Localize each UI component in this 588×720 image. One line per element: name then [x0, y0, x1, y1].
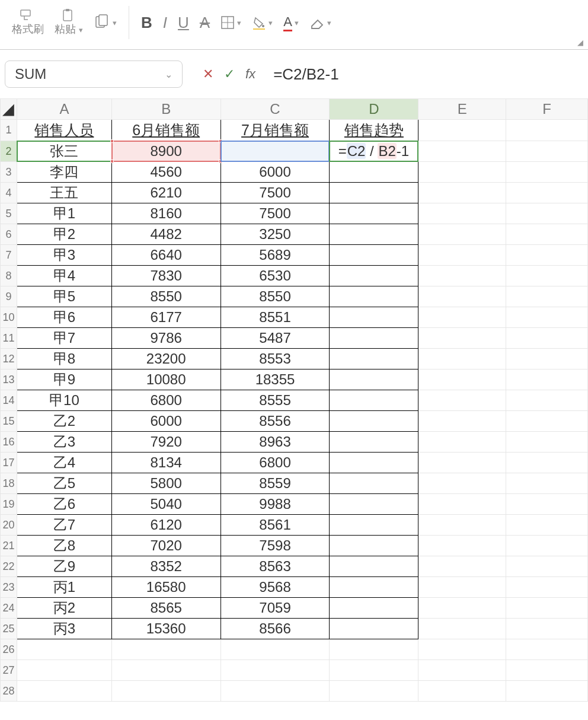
cell[interactable]: 8566: [220, 619, 330, 639]
row-head[interactable]: 4: [1, 183, 17, 203]
copy-button[interactable]: ▾: [94, 14, 117, 31]
cell[interactable]: [418, 432, 506, 453]
row-head[interactable]: 21: [1, 536, 17, 556]
cell[interactable]: [506, 660, 588, 681]
col-head-a[interactable]: A: [17, 99, 111, 120]
row-head[interactable]: 10: [1, 307, 17, 328]
cell[interactable]: [418, 453, 506, 473]
cell[interactable]: 甲1: [17, 203, 111, 224]
cell[interactable]: [506, 494, 588, 515]
cell[interactable]: [506, 369, 588, 390]
cell[interactable]: 8160: [111, 203, 220, 224]
cell[interactable]: [330, 411, 418, 432]
cell[interactable]: [506, 328, 588, 349]
cell[interactable]: 8553: [220, 349, 330, 369]
cell[interactable]: 7059: [220, 598, 330, 619]
cell[interactable]: [418, 120, 506, 141]
formula-cancel-button[interactable]: ✕: [203, 66, 213, 82]
cell[interactable]: 7月销售额: [220, 120, 330, 141]
cell[interactable]: [330, 369, 418, 390]
cell[interactable]: [220, 660, 330, 681]
cell[interactable]: [220, 639, 330, 660]
col-head-f[interactable]: F: [506, 99, 588, 120]
cell[interactable]: 15360: [111, 619, 220, 639]
cell[interactable]: [330, 183, 418, 203]
cell[interactable]: 甲10: [17, 390, 111, 411]
cell[interactable]: [330, 349, 418, 369]
cell[interactable]: 23200: [111, 349, 220, 369]
col-head-e[interactable]: E: [418, 99, 506, 120]
cell[interactable]: 8551: [220, 307, 330, 328]
row-head[interactable]: 20: [1, 515, 17, 536]
cell[interactable]: [418, 536, 506, 556]
cell[interactable]: [111, 660, 220, 681]
cell[interactable]: [506, 473, 588, 494]
cell[interactable]: 18355: [220, 369, 330, 390]
row-head[interactable]: 9: [1, 286, 17, 307]
cell[interactable]: 乙6: [17, 494, 111, 515]
cell[interactable]: [330, 266, 418, 286]
cell[interactable]: [418, 369, 506, 390]
cell[interactable]: [506, 349, 588, 369]
cell[interactable]: [330, 473, 418, 494]
cell[interactable]: 乙2: [17, 411, 111, 432]
cell[interactable]: [330, 619, 418, 639]
cell[interactable]: [506, 681, 588, 702]
row-head[interactable]: 22: [1, 556, 17, 577]
col-head-d[interactable]: D: [330, 99, 418, 120]
cell[interactable]: [17, 660, 111, 681]
fill-color-button[interactable]: ▾: [252, 15, 273, 30]
cell[interactable]: 乙9: [17, 556, 111, 577]
eraser-button[interactable]: ▾: [309, 15, 331, 30]
cell[interactable]: 8550: [220, 286, 330, 307]
cell[interactable]: [506, 453, 588, 473]
cell[interactable]: 6530: [220, 266, 330, 286]
cell[interactable]: [506, 515, 588, 536]
fx-button[interactable]: fx: [245, 66, 255, 82]
cell[interactable]: 8556: [220, 411, 330, 432]
cell[interactable]: [418, 411, 506, 432]
cell[interactable]: [506, 224, 588, 245]
cell[interactable]: 8565: [111, 598, 220, 619]
cell[interactable]: 丙1: [17, 577, 111, 598]
cell[interactable]: 9786: [111, 328, 220, 349]
cell[interactable]: 甲4: [17, 266, 111, 286]
cell[interactable]: 6210: [111, 183, 220, 203]
cell[interactable]: [17, 681, 111, 702]
cell[interactable]: 9568: [220, 577, 330, 598]
cell[interactable]: [418, 473, 506, 494]
cell[interactable]: 乙3: [17, 432, 111, 453]
cell[interactable]: 6000: [220, 162, 330, 183]
cell[interactable]: 8550: [111, 286, 220, 307]
row-head[interactable]: 15: [1, 411, 17, 432]
cell[interactable]: 甲8: [17, 349, 111, 369]
row-head[interactable]: 13: [1, 369, 17, 390]
cell[interactable]: [330, 681, 418, 702]
font-color-button[interactable]: A ▾: [283, 14, 299, 31]
cell[interactable]: 丙3: [17, 619, 111, 639]
cell[interactable]: [418, 619, 506, 639]
cell[interactable]: 6月销售额: [111, 120, 220, 141]
cell[interactable]: 4560: [111, 162, 220, 183]
cell[interactable]: [418, 660, 506, 681]
cell[interactable]: [506, 307, 588, 328]
cell[interactable]: [506, 598, 588, 619]
row-head[interactable]: 5: [1, 203, 17, 224]
row-head[interactable]: 19: [1, 494, 17, 515]
cell[interactable]: [418, 556, 506, 577]
cell[interactable]: 8561: [220, 515, 330, 536]
cell[interactable]: 乙4: [17, 453, 111, 473]
cell[interactable]: [506, 411, 588, 432]
cell[interactable]: [506, 432, 588, 453]
underline-button[interactable]: U: [178, 14, 189, 32]
strikethrough-button[interactable]: A: [200, 14, 210, 32]
row-head[interactable]: 17: [1, 453, 17, 473]
cell[interactable]: [506, 162, 588, 183]
cell[interactable]: [330, 536, 418, 556]
col-head-b[interactable]: B: [111, 99, 220, 120]
cell[interactable]: [330, 453, 418, 473]
row-head[interactable]: 25: [1, 619, 17, 639]
row-head[interactable]: 16: [1, 432, 17, 453]
cell[interactable]: [418, 286, 506, 307]
borders-button[interactable]: ▾: [220, 15, 241, 30]
